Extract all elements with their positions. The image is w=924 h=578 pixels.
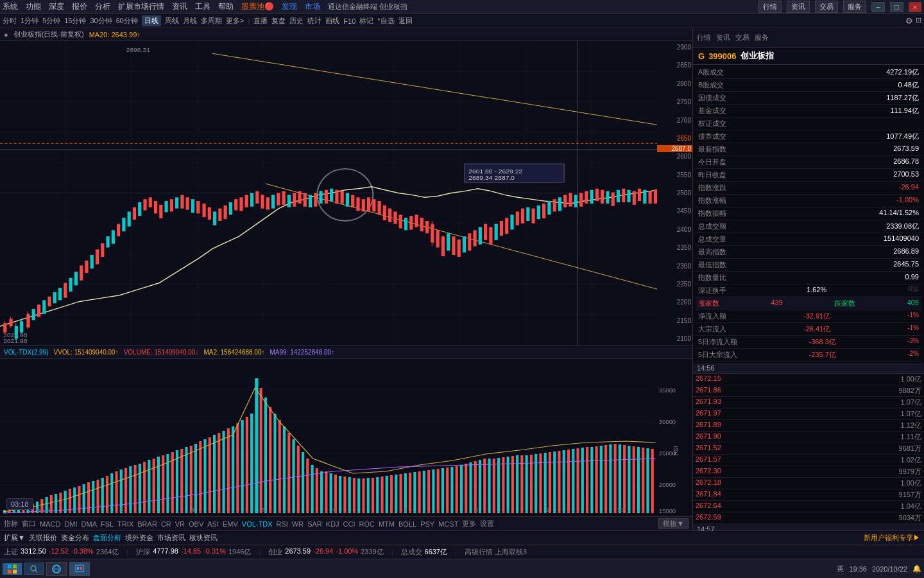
svg-rect-54	[149, 197, 152, 207]
taskbar-browser[interactable]	[46, 562, 67, 576]
ind-fsl[interactable]: FSL	[101, 520, 114, 528]
menu-right-quotes[interactable]: 行情	[758, 1, 782, 13]
tab-related[interactable]: 关联报价	[29, 533, 57, 543]
ind-vr[interactable]: VR	[175, 520, 185, 528]
rp-tab-trade[interactable]: 交易	[735, 33, 749, 42]
ob-row-2: 2671.86 9882万	[693, 385, 924, 397]
tb-mark[interactable]: 标记	[359, 16, 373, 26]
new-user-promo[interactable]: 新用户福利专享▶	[864, 533, 920, 543]
menu-item-system[interactable]: 系统	[3, 1, 18, 12]
menu-item-help[interactable]: 帮助	[218, 1, 234, 12]
tb-multiperiod[interactable]: 多周期	[201, 16, 222, 26]
ind-brar[interactable]: BRAR	[137, 520, 157, 528]
svg-rect-264	[469, 462, 472, 513]
tb-1min[interactable]: 1分钟	[21, 16, 38, 26]
rp-tab-quote[interactable]: 行情	[697, 33, 711, 42]
tb-15min[interactable]: 15分钟	[64, 16, 86, 26]
tb-watchlist[interactable]: *自选	[377, 16, 394, 26]
svg-rect-72	[239, 197, 243, 211]
tab-assetalloc[interactable]: 资金分布	[61, 533, 89, 543]
tab-foreign[interactable]: 境外资金	[125, 533, 153, 543]
ind-psy[interactable]: PSY	[420, 520, 434, 528]
taskbar-search[interactable]	[24, 563, 44, 575]
ind-indicators[interactable]: 指标	[4, 519, 18, 529]
tb-daily[interactable]: 日线	[142, 15, 161, 26]
menu-item-quote[interactable]: 报价	[72, 1, 87, 12]
stat-5d-flow: 5日净流入额 -368.3亿 -3%	[696, 336, 921, 349]
tb-60min[interactable]: 60分钟	[116, 16, 138, 26]
taskbar-app[interactable]	[69, 562, 90, 576]
ind-voltdx[interactable]: VOL-TDX	[242, 520, 273, 528]
template-btn[interactable]: 模板▼	[658, 519, 689, 529]
tab-board-analysis[interactable]: 盘面分析	[93, 533, 121, 543]
ind-settings[interactable]: 设置	[480, 519, 494, 529]
keyboard-lang[interactable]: 英	[837, 564, 844, 574]
price-chart[interactable]: 2021.98	[0, 41, 692, 345]
chart-settings[interactable]: ⚙	[905, 16, 913, 26]
ind-dma[interactable]: DMA	[81, 520, 97, 528]
rp-tab-info[interactable]: 资讯	[716, 33, 730, 42]
tb-monthly[interactable]: 月线	[183, 16, 197, 26]
index-prefix: G	[698, 51, 705, 61]
menu-right-trade[interactable]: 交易	[815, 1, 838, 13]
start-button[interactable]	[3, 563, 22, 575]
tb-stats[interactable]: 统计	[307, 16, 321, 26]
ind-emv[interactable]: EMV	[223, 520, 238, 528]
ind-obv[interactable]: OBV	[189, 520, 203, 528]
ind-boll[interactable]: BOLL	[398, 520, 416, 528]
svg-rect-225	[287, 433, 290, 513]
ind-window[interactable]: 窗口	[22, 519, 36, 529]
ind-kdj[interactable]: KDJ	[326, 520, 339, 528]
tb-more[interactable]: 更多>	[226, 16, 244, 26]
ind-mtm[interactable]: MTM	[379, 520, 395, 528]
menu-item-depth[interactable]: 深度	[49, 1, 64, 12]
chart-expand[interactable]: ⊡	[916, 16, 921, 26]
tb-history[interactable]: 历史	[289, 16, 304, 26]
window-maximize[interactable]: □	[890, 2, 903, 12]
notification-icon[interactable]: 🔔	[912, 565, 921, 573]
menu-item-tools[interactable]: 工具	[195, 1, 210, 12]
svg-rect-118	[479, 227, 482, 245]
menu-item-function[interactable]: 功能	[26, 1, 41, 12]
menu-item-stockpool[interactable]: 股票池🔴	[241, 1, 274, 12]
tb-5min[interactable]: 5分钟	[42, 16, 60, 26]
menu-item-analysis[interactable]: 分析	[95, 1, 110, 12]
tb-30min[interactable]: 30分钟	[90, 16, 112, 26]
menu-item-info[interactable]: 资讯	[172, 1, 187, 12]
tab-board-news[interactable]: 板块资讯	[189, 533, 218, 543]
menu-right-info[interactable]: 资讯	[787, 1, 810, 13]
ind-roc[interactable]: ROC	[359, 520, 375, 528]
ind-mcst[interactable]: MCST	[438, 520, 458, 528]
ind-dmi[interactable]: DMI	[64, 520, 77, 528]
ind-asi[interactable]: ASI	[207, 520, 219, 528]
ind-sar[interactable]: SAR	[307, 520, 322, 528]
window-close[interactable]: ×	[909, 2, 921, 12]
menu-item-market2[interactable]: 市场	[305, 1, 320, 12]
ind-more[interactable]: 更多	[462, 519, 476, 529]
svg-rect-100	[388, 209, 391, 222]
rp-tab-service[interactable]: 服务	[755, 33, 769, 42]
ind-trix[interactable]: TRIX	[117, 520, 133, 528]
menu-item-discover[interactable]: 发现	[282, 1, 297, 12]
svg-rect-70	[229, 202, 232, 215]
menu-item-market[interactable]: 扩展市场行情	[118, 1, 164, 12]
volume-chart[interactable]: 35000 30000 25000 20000 15000 RSI 03:18 …	[0, 359, 692, 516]
svg-rect-271	[502, 457, 504, 513]
tb-back[interactable]: 返回	[398, 16, 413, 26]
ind-macd[interactable]: MACD	[40, 520, 60, 528]
tb-replay[interactable]: 复盘	[271, 16, 286, 26]
tb-live[interactable]: 直播	[253, 16, 268, 26]
ind-rsi[interactable]: RSI	[277, 520, 288, 528]
tb-weekly[interactable]: 周线	[165, 16, 179, 26]
tb-f10[interactable]: F10	[343, 17, 355, 25]
tb-draw[interactable]: 画线	[325, 16, 339, 26]
menu-right-service[interactable]: 服务	[843, 1, 866, 13]
window-minimize[interactable]: −	[871, 2, 884, 12]
svg-rect-114	[458, 240, 461, 257]
ind-wr[interactable]: WR	[292, 520, 304, 528]
tb-fenshi[interactable]: 分时	[3, 16, 17, 26]
tab-extend[interactable]: 扩展▼	[4, 533, 25, 543]
ind-cci[interactable]: CCI	[343, 520, 355, 528]
ind-cr[interactable]: CR	[161, 520, 171, 528]
tab-market-news[interactable]: 市场资讯	[157, 533, 185, 543]
